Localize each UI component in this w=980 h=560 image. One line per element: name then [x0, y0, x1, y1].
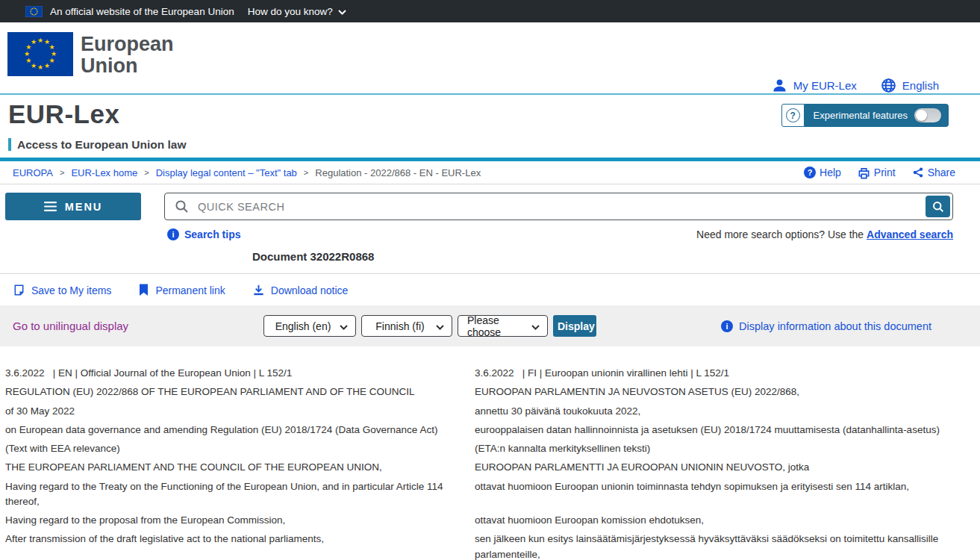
svg-text:★: ★: [24, 50, 30, 57]
breadcrumb-europa[interactable]: EUROPA: [13, 167, 53, 178]
language-selector[interactable]: English: [881, 78, 939, 93]
advanced-search-link[interactable]: Advanced search: [867, 228, 953, 240]
chevron-down-icon: [338, 10, 346, 15]
doc-row: REGULATION (EU) 2022/868 OF THE EUROPEAN…: [5, 385, 975, 403]
breadcrumb-separator: >: [144, 168, 149, 177]
how-do-you-know-button[interactable]: How do you know?: [248, 6, 346, 17]
svg-text:★: ★: [31, 38, 37, 46]
hamburger-icon: [44, 202, 57, 211]
doc-row: (Text with EEA relevance) (ETA:n kannalt…: [5, 441, 975, 460]
document-id: Document 32022R0868: [252, 250, 980, 263]
doc-paragraph-fi: annettu 30 päivänä toukokuuta 2022,: [475, 404, 967, 419]
permanent-link[interactable]: Permanent link: [138, 284, 225, 296]
experimental-toggle[interactable]: [914, 108, 941, 122]
chevron-down-icon: [531, 325, 540, 330]
info-icon: i: [167, 228, 179, 240]
svg-text:★: ★: [25, 57, 31, 64]
site-header: ★★★★★★★★★★★★ European Union My EUR-Lex E…: [0, 22, 980, 95]
printer-icon: [858, 167, 870, 179]
display-button[interactable]: Display: [553, 315, 596, 337]
svg-text:★: ★: [44, 62, 50, 69]
doc-paragraph-en: (Text with EEA relevance): [5, 441, 453, 456]
eu-flag-logo: ★★★★★★★★★★★★: [7, 32, 73, 76]
doc-paragraph-en: 3.6.2022 | EN | Official Journal of the …: [5, 366, 453, 381]
doc-paragraph-fi: eurooppalaisen datan hallinnoinnista ja …: [475, 423, 967, 438]
search-tips-link[interactable]: i Search tips: [167, 228, 240, 240]
download-icon: [252, 284, 265, 296]
doc-paragraph-fi: ottavat huomioon Euroopan komission ehdo…: [475, 513, 967, 528]
eurlex-band: EUR-Lex Access to European Union law ? E…: [0, 95, 980, 158]
bookmark-icon: [138, 284, 149, 296]
doc-paragraph-en: After transmission of the draft legislat…: [5, 532, 453, 547]
doc-paragraph-en: Having regard to the Treaty on the Funct…: [5, 479, 453, 510]
print-link[interactable]: Print: [858, 167, 896, 179]
download-notice-link[interactable]: Download notice: [252, 284, 349, 296]
search-input[interactable]: [196, 200, 952, 214]
site-tagline: Access to European Union law: [8, 138, 187, 151]
doc-paragraph-fi: (ETA:n kannalta merkityksellinen teksti): [475, 441, 967, 456]
doc-paragraph-en: on European data governance and amending…: [5, 423, 453, 438]
unilingual-display-link[interactable]: Go to unilingual display: [13, 320, 128, 332]
globe-icon: [881, 78, 896, 93]
language-bar: Go to unilingual display English (en) Fi…: [0, 305, 980, 346]
document-body: 3.6.2022 | EN | Official Journal of the …: [0, 366, 980, 560]
my-eurlex-link[interactable]: My EUR-Lex: [772, 78, 857, 93]
eu-logo-wordmark: European Union: [81, 34, 174, 77]
document-actions: Save to My items Permanent link Download…: [0, 274, 980, 305]
doc-paragraph-en: THE EUROPEAN PARLIAMENT AND THE COUNCIL …: [5, 460, 453, 475]
user-icon: [772, 78, 787, 93]
doc-paragraph-fi: sen jälkeen kun esitys lainsäätämisjärje…: [475, 532, 967, 560]
doc-paragraph-en: of 30 May 2022: [5, 404, 453, 419]
chevron-down-icon: [340, 325, 348, 330]
language-select-2[interactable]: Finnish (fi): [361, 315, 452, 337]
doc-paragraph-en: REGULATION (EU) 2022/868 OF THE EUROPEAN…: [5, 385, 453, 399]
breadcrumb-display-legal-content[interactable]: Display legal content – "Text" tab: [156, 167, 297, 178]
language-select-3[interactable]: Please choose: [458, 315, 548, 337]
doc-row: Having regard to the proposal from the E…: [5, 513, 975, 532]
save-to-my-items-link[interactable]: Save to My items: [13, 284, 111, 296]
svg-text:★: ★: [37, 63, 43, 71]
doc-paragraph-fi: EUROOPAN PARLAMENTTI JA EUROOPAN UNIONIN…: [475, 460, 967, 475]
breadcrumb-row: EUROPA > EUR-Lex home > Display legal co…: [0, 161, 980, 184]
doc-paragraph-fi: ottavat huomioon Euroopan unionin toimin…: [475, 479, 967, 494]
doc-paragraph-fi: 3.6.2022 | FI | Euroopan unionin viralli…: [475, 366, 967, 381]
quick-search-box: [164, 193, 953, 220]
eu-flag-small-icon: [25, 6, 43, 17]
doc-paragraph-en: Having regard to the proposal from the E…: [5, 513, 453, 528]
share-icon: [912, 167, 924, 178]
language-select-1[interactable]: English (en): [263, 315, 356, 337]
breadcrumb-separator: >: [304, 168, 308, 177]
search-icon: [175, 199, 189, 214]
document-info-link[interactable]: i Display information about this documen…: [721, 320, 931, 332]
doc-row: of 30 May 2022 annettu 30 päivänä toukok…: [5, 404, 975, 423]
page-title: EUR-Lex: [8, 99, 119, 129]
doc-row: After transmission of the draft legislat…: [5, 532, 975, 560]
search-submit-button[interactable]: [926, 196, 950, 217]
breadcrumb-eurlex-home[interactable]: EUR-Lex home: [71, 167, 137, 178]
official-banner: An official website of the European Unio…: [0, 0, 980, 22]
svg-text:★: ★: [37, 37, 43, 44]
menu-button[interactable]: MENU: [5, 193, 141, 220]
experimental-help-button[interactable]: ?: [781, 104, 805, 127]
save-note-icon: [13, 284, 25, 296]
share-link[interactable]: Share: [912, 167, 955, 178]
question-mark-icon: ?: [786, 108, 800, 122]
more-search-options-text: Need more search options? Use the Advanc…: [696, 228, 953, 240]
doc-row: Having regard to the Treaty on the Funct…: [5, 479, 975, 514]
official-banner-text: An official website of the European Unio…: [50, 6, 234, 17]
breadcrumb: EUROPA > EUR-Lex home > Display legal co…: [13, 167, 481, 178]
experimental-features-label: Experimental features: [814, 110, 908, 121]
info-icon: i: [721, 320, 733, 332]
doc-row: 3.6.2022 | EN | Official Journal of the …: [5, 366, 975, 385]
doc-row: on European data governance and amending…: [5, 423, 975, 441]
doc-row: THE EUROPEAN PARLIAMENT AND THE COUNCIL …: [5, 460, 975, 479]
chevron-down-icon: [436, 325, 444, 330]
doc-paragraph-fi: EUROOPAN PARLAMENTIN JA NEUVOSTON ASETUS…: [475, 385, 967, 399]
breadcrumb-current: Regulation - 2022/868 - EN - EUR-Lex: [315, 167, 481, 178]
experimental-features-widget: ? Experimental features: [781, 104, 949, 127]
breadcrumb-separator: >: [60, 168, 64, 177]
help-icon: ?: [804, 167, 816, 178]
help-link[interactable]: ? Help: [804, 167, 841, 178]
